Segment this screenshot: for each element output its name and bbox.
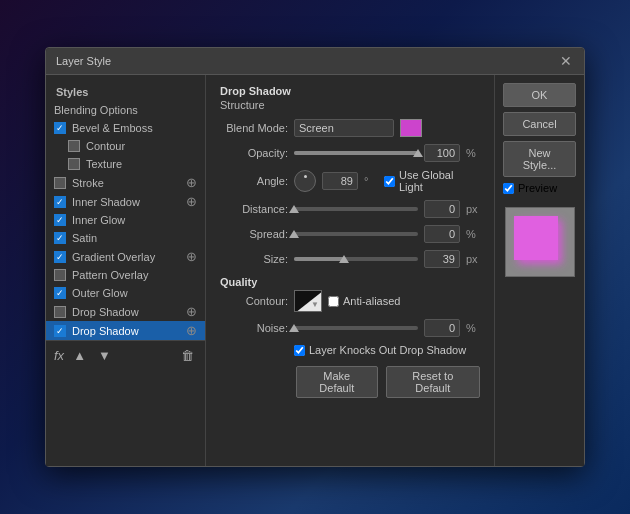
distance-input[interactable]: 0 (424, 200, 460, 218)
contour-label: Contour: (220, 295, 288, 307)
styles-header: Styles (46, 83, 205, 101)
quality-section: Quality (220, 276, 480, 288)
layer-knocks-checkbox[interactable] (294, 345, 305, 356)
stroke-add-icon[interactable]: ⊕ (186, 176, 197, 189)
blend-mode-select[interactable]: Screen Normal Multiply (294, 119, 394, 137)
bevel-emboss-checkbox[interactable]: ✓ (54, 122, 66, 134)
global-light-row: Use Global Light (384, 169, 480, 193)
sidebar-item-satin[interactable]: ✓ Satin (46, 229, 205, 247)
noise-slider-track[interactable] (294, 326, 418, 330)
make-default-button[interactable]: Make Default (296, 366, 378, 398)
anti-aliased-row: Anti-aliased (328, 295, 400, 307)
sub-section-title: Structure (220, 99, 480, 111)
preview-label: Preview (518, 182, 557, 194)
blend-mode-row: Blend Mode: Screen Normal Multiply (220, 119, 480, 137)
sidebar-item-texture[interactable]: Texture (46, 155, 205, 173)
distance-unit: px (466, 203, 480, 215)
global-light-checkbox[interactable] (384, 176, 395, 187)
size-input[interactable]: 39 (424, 250, 460, 268)
reset-to-default-button[interactable]: Reset to Default (386, 366, 480, 398)
sidebar-item-stroke[interactable]: Stroke ⊕ (46, 173, 205, 192)
dial-indicator (304, 175, 307, 178)
anti-aliased-checkbox[interactable] (328, 296, 339, 307)
angle-input[interactable]: 89 (322, 172, 358, 190)
inner-shadow-checkbox[interactable]: ✓ (54, 196, 66, 208)
quality-title: Quality (220, 276, 480, 288)
angle-dial[interactable] (294, 170, 316, 192)
move-down-button[interactable]: ▼ (95, 347, 114, 364)
spread-slider-track[interactable] (294, 232, 418, 236)
dialog-title: Layer Style (56, 55, 111, 67)
move-up-button[interactable]: ▲ (70, 347, 89, 364)
angle-unit: ° (364, 175, 378, 187)
sidebar-item-outer-glow[interactable]: ✓ Outer Glow (46, 284, 205, 302)
drop-shadow-2-checkbox[interactable]: ✓ (54, 325, 66, 337)
sidebar-item-blending-options[interactable]: Blending Options (46, 101, 205, 119)
sidebar-item-bevel-emboss[interactable]: ✓ Bevel & Emboss (46, 119, 205, 137)
spread-row: Spread: 0 % (220, 225, 480, 243)
opacity-unit: % (466, 147, 480, 159)
spread-slider-container (294, 232, 418, 236)
new-style-button[interactable]: New Style... (503, 141, 576, 177)
contour-row: Contour: ▼ Anti-aliased (220, 290, 480, 312)
distance-slider-container (294, 207, 418, 211)
contour-preview[interactable]: ▼ (294, 290, 322, 312)
delete-button[interactable]: 🗑 (178, 347, 197, 364)
blend-mode-label: Blend Mode: (220, 122, 288, 134)
gradient-overlay-checkbox[interactable]: ✓ (54, 251, 66, 263)
size-slider-track[interactable] (294, 257, 418, 261)
sidebar-item-inner-glow[interactable]: ✓ Inner Glow (46, 211, 205, 229)
section-title: Drop Shadow (220, 85, 480, 97)
sidebar-item-inner-shadow[interactable]: ✓ Inner Shadow ⊕ (46, 192, 205, 211)
cancel-button[interactable]: Cancel (503, 112, 576, 136)
noise-row: Noise: 0 % (220, 319, 480, 337)
sidebar-item-pattern-overlay[interactable]: Pattern Overlay (46, 266, 205, 284)
noise-unit: % (466, 322, 480, 334)
close-button[interactable]: ✕ (558, 54, 574, 68)
opacity-slider-container (294, 151, 418, 155)
opacity-slider-track[interactable] (294, 151, 418, 155)
title-bar: Layer Style ✕ (46, 48, 584, 75)
sidebar-item-gradient-overlay[interactable]: ✓ Gradient Overlay ⊕ (46, 247, 205, 266)
inner-glow-checkbox[interactable]: ✓ (54, 214, 66, 226)
anti-aliased-label: Anti-aliased (343, 295, 400, 307)
distance-slider-track[interactable] (294, 207, 418, 211)
opacity-label: Opacity: (220, 147, 288, 159)
drop-shadow-1-add-icon[interactable]: ⊕ (186, 305, 197, 318)
stroke-checkbox[interactable] (54, 177, 66, 189)
preview-row: Preview (503, 182, 576, 194)
texture-checkbox[interactable] (68, 158, 80, 170)
size-unit: px (466, 253, 480, 265)
noise-slider-container (294, 326, 418, 330)
size-row: Size: 39 px (220, 250, 480, 268)
angle-label: Angle: (220, 175, 288, 187)
angle-row: Angle: 89 ° Use Global Light (220, 169, 480, 193)
layer-knocks-checkbox-row: Layer Knocks Out Drop Shadow (294, 344, 466, 356)
sidebar-item-drop-shadow-1[interactable]: Drop Shadow ⊕ (46, 302, 205, 321)
ok-button[interactable]: OK (503, 83, 576, 107)
layer-knocks-row: Layer Knocks Out Drop Shadow (220, 344, 480, 356)
global-light-label: Use Global Light (399, 169, 480, 193)
pattern-overlay-checkbox[interactable] (54, 269, 66, 281)
distance-row: Distance: 0 px (220, 200, 480, 218)
spread-input[interactable]: 0 (424, 225, 460, 243)
drop-shadow-1-checkbox[interactable] (54, 306, 66, 318)
opacity-row: Opacity: 100 % (220, 144, 480, 162)
noise-label: Noise: (220, 322, 288, 334)
opacity-input[interactable]: 100 (424, 144, 460, 162)
distance-label: Distance: (220, 203, 288, 215)
sidebar-item-drop-shadow-2[interactable]: ✓ Drop Shadow ⊕ (46, 321, 205, 340)
color-swatch[interactable] (400, 119, 422, 137)
satin-checkbox[interactable]: ✓ (54, 232, 66, 244)
drop-shadow-2-add-icon[interactable]: ⊕ (186, 324, 197, 337)
gradient-overlay-add-icon[interactable]: ⊕ (186, 250, 197, 263)
dialog-body: Styles Blending Options ✓ Bevel & Emboss… (46, 75, 584, 466)
contour-checkbox[interactable] (68, 140, 80, 152)
sidebar-item-contour[interactable]: Contour (46, 137, 205, 155)
layer-knocks-label: Layer Knocks Out Drop Shadow (309, 344, 466, 356)
right-panel: OK Cancel New Style... Preview (494, 75, 584, 466)
outer-glow-checkbox[interactable]: ✓ (54, 287, 66, 299)
inner-shadow-add-icon[interactable]: ⊕ (186, 195, 197, 208)
noise-input[interactable]: 0 (424, 319, 460, 337)
preview-checkbox[interactable] (503, 183, 514, 194)
